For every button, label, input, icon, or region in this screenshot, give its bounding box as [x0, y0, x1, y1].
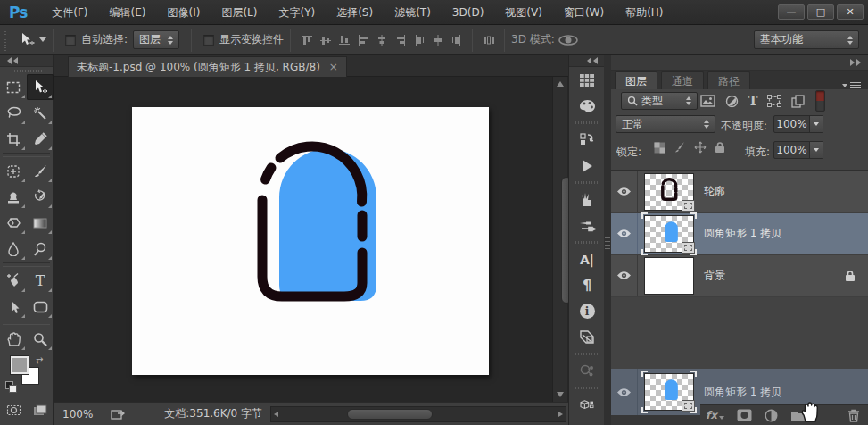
menu-type[interactable]: 文字(Y) [268, 0, 326, 25]
opacity-dropdown-button[interactable] [809, 116, 823, 132]
screen-mode-button[interactable] [27, 397, 54, 423]
document-tab[interactable]: 未标题-1.psd @ 100% (圆角矩形 1 拷贝, RGB/8) × [68, 56, 347, 77]
scroll-down-icon[interactable] [557, 392, 564, 397]
lock-position-icon[interactable] [694, 141, 707, 154]
opacity-field[interactable]: 100% [773, 115, 823, 133]
filter-shape-layers-icon[interactable] [767, 95, 781, 107]
horizontal-scrollbar[interactable] [270, 406, 566, 422]
tab-layers[interactable]: 图层 [615, 71, 657, 89]
fill-field[interactable]: 100% [773, 141, 823, 159]
brush-presets-panel-icon[interactable] [569, 187, 605, 212]
align-horizontal-centers-icon[interactable] [372, 32, 391, 48]
tool-spot-healing-brush[interactable] [0, 158, 27, 184]
auto-select-checkbox[interactable] [65, 35, 76, 46]
panel-collapse-header[interactable] [611, 55, 868, 71]
menu-view[interactable]: 视图(V) [494, 0, 553, 25]
visibility-toggle[interactable] [611, 255, 638, 296]
tool-hand[interactable] [0, 326, 27, 352]
filter-pixel-layers-icon[interactable] [700, 95, 715, 107]
tool-history-brush[interactable] [27, 184, 54, 210]
menu-help[interactable]: 帮助(H) [615, 0, 674, 25]
export-icon[interactable] [111, 408, 125, 420]
distribute-bottom-edges-icon[interactable] [447, 32, 466, 48]
show-transform-checkbox[interactable] [203, 35, 214, 46]
close-button[interactable]: ✕ [837, 4, 864, 20]
align-right-edges-icon[interactable] [391, 32, 409, 48]
adjustment-layer-button[interactable] [765, 409, 778, 422]
tool-eraser[interactable] [0, 210, 27, 236]
info-panel-icon[interactable]: i [569, 298, 605, 324]
panel-menu-icon[interactable] [842, 82, 861, 89]
lock-all-icon[interactable] [715, 141, 725, 154]
menu-image[interactable]: 图像(I) [157, 0, 211, 25]
tool-crop[interactable] [0, 126, 27, 152]
toolbar-grip[interactable] [0, 67, 53, 74]
tool-dodge[interactable] [27, 236, 54, 262]
history-panel-icon[interactable] [569, 127, 605, 153]
tool-horizontal-type[interactable]: T [27, 268, 54, 294]
visibility-toggle[interactable] [611, 171, 638, 212]
strip-grip[interactable] [569, 350, 604, 358]
layer-styles-button[interactable]: fx [706, 409, 724, 421]
tool-pen[interactable] [0, 268, 27, 294]
tool-zoom[interactable] [27, 326, 54, 352]
move-tool-icon[interactable] [18, 31, 36, 49]
tool-presets-panel-icon[interactable] [569, 212, 605, 238]
swatches-panel-icon[interactable] [569, 67, 605, 93]
tool-rectangular-marquee[interactable] [0, 74, 27, 100]
strip-collapse-header[interactable] [569, 55, 604, 67]
tool-gradient[interactable] [27, 210, 54, 236]
3d-scene-panel-icon[interactable] [569, 392, 605, 418]
visibility-toggle[interactable] [611, 369, 638, 415]
filter-type-layers-icon[interactable]: T [748, 94, 757, 108]
layer-thumbnail[interactable] [644, 173, 694, 211]
actions-panel-icon[interactable] [569, 153, 605, 179]
menu-file[interactable]: 文件(F) [41, 0, 98, 25]
add-layer-mask-button[interactable] [737, 409, 752, 421]
minimize-button[interactable]: — [778, 4, 805, 20]
lock-transparency-icon[interactable] [654, 142, 665, 154]
workspace-dropdown[interactable]: 基本功能 [754, 30, 859, 49]
tool-clone-stamp[interactable] [0, 184, 27, 210]
distribute-vertical-centers-icon[interactable] [428, 32, 447, 48]
align-vertical-centers-icon[interactable] [316, 32, 335, 48]
color-panel-icon[interactable] [569, 93, 605, 119]
tool-brush[interactable] [27, 158, 54, 184]
align-bottom-edges-icon[interactable] [335, 32, 353, 48]
fill-value[interactable]: 100% [774, 144, 809, 156]
toolbar-collapse-header[interactable] [0, 55, 53, 67]
scroll-right-icon[interactable] [558, 412, 563, 417]
quick-mask-button[interactable] [0, 397, 27, 423]
layer-row-rounded-rect-copy[interactable]: 圆角矩形 1 拷贝 [611, 213, 868, 254]
layer-name[interactable]: 背景 [704, 268, 725, 283]
3d-material-panel-icon[interactable] [569, 358, 605, 384]
fill-dropdown-button[interactable] [809, 142, 823, 158]
notes-panel-icon[interactable] [569, 324, 605, 350]
filter-smart-objects-icon[interactable] [791, 95, 805, 108]
character-panel-icon[interactable]: A| [569, 246, 605, 272]
filter-adjustment-layers-icon[interactable] [725, 95, 739, 108]
blend-mode-dropdown[interactable]: 正常 [616, 115, 715, 133]
layer-row-background[interactable]: 背景 [611, 255, 868, 296]
swap-colors-icon[interactable]: ⇄ [36, 355, 43, 365]
layer-name[interactable]: 圆角矩形 1 拷贝 [704, 226, 781, 241]
tab-close-icon[interactable]: × [329, 61, 338, 73]
layer-row-outline[interactable]: 轮廓 [611, 171, 868, 212]
paragraph-panel-icon[interactable]: ¶ [569, 272, 605, 298]
layer-name[interactable]: 轮廓 [704, 184, 725, 199]
horizontal-scroll-thumb[interactable] [347, 409, 433, 420]
3d-orbit-icon[interactable] [555, 32, 582, 48]
tool-eyedropper[interactable] [27, 126, 54, 152]
menu-3d[interactable]: 3D(D) [442, 0, 494, 25]
filter-type-dropdown[interactable]: 类型 [621, 92, 698, 110]
panel-divider[interactable] [604, 55, 611, 425]
tab-channels[interactable]: 通道 [661, 71, 704, 89]
artboard-canvas[interactable] [132, 107, 489, 375]
foreground-color-swatch[interactable] [11, 356, 29, 374]
menu-window[interactable]: 窗口(W) [553, 0, 615, 25]
zoom-level-field[interactable]: 100% [62, 408, 93, 421]
strip-grip[interactable] [569, 179, 604, 187]
align-left-edges-icon[interactable] [353, 32, 372, 48]
scroll-up-icon[interactable] [557, 81, 564, 87]
visibility-toggle[interactable] [611, 213, 638, 254]
